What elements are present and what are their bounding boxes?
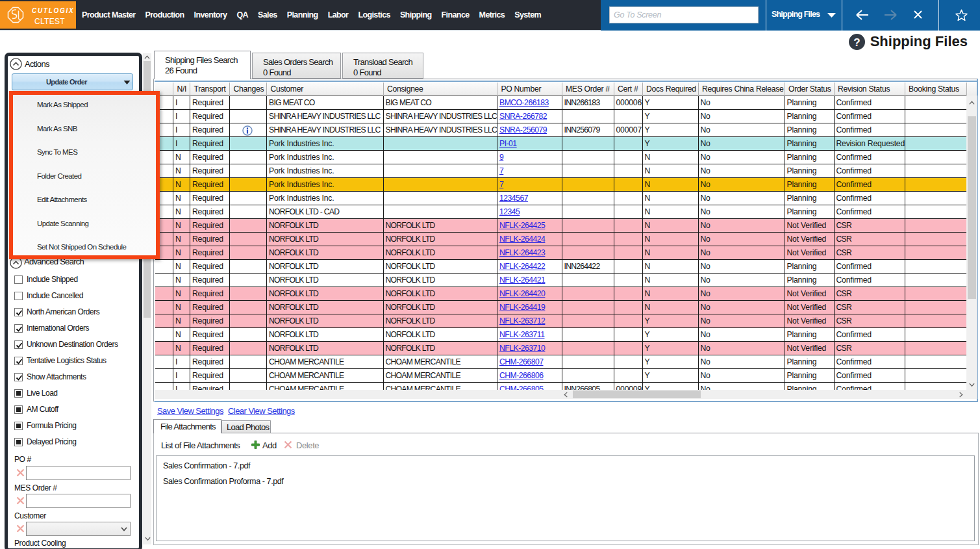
svg-text:?: ? [853, 36, 860, 48]
